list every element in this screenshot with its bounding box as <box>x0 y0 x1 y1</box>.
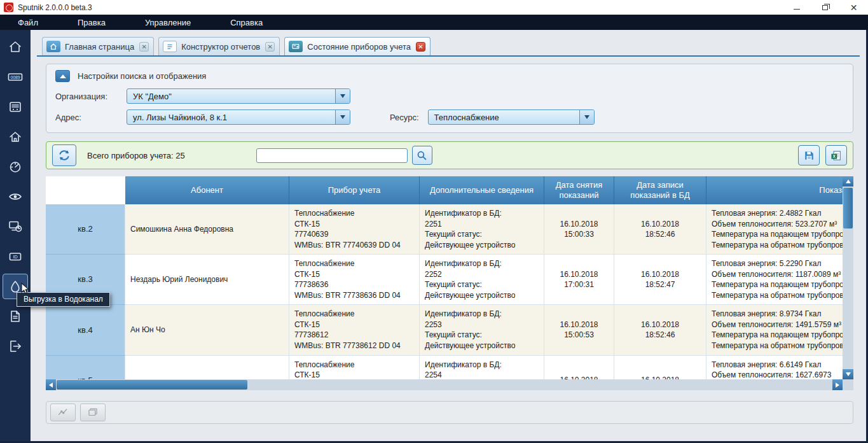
tab-meter-status[interactable]: Состояние приборов учета ✕ <box>284 37 431 55</box>
tab-close-button[interactable]: ✕ <box>265 42 275 52</box>
window-title: Sputnik 2.0.0.0 beta.3 <box>18 3 782 12</box>
vertical-scroll-thumb[interactable] <box>843 188 853 229</box>
report-tab-icon <box>163 41 177 52</box>
tab-strip: Главная страница ✕ Конструктор отчетов ✕… <box>31 30 866 55</box>
title-bar: Sputnik 2.0.0.0 beta.3 ✕ <box>0 0 868 15</box>
svg-text:ID: ID <box>13 254 17 260</box>
sidebar-item-meter-readings[interactable]: 0089 <box>3 64 28 90</box>
scroll-up-icon <box>846 179 851 183</box>
tab-underline <box>37 55 860 57</box>
save-icon <box>803 150 815 162</box>
sidebar-item-polling-schedule[interactable] <box>3 214 28 239</box>
tab-home-page[interactable]: Главная страница ✕ <box>42 37 154 55</box>
app-icon <box>4 3 13 12</box>
column-header-apartment <box>46 176 125 204</box>
search-icon <box>416 150 428 162</box>
close-button[interactable]: ✕ <box>839 0 868 15</box>
address-label: Адрес: <box>55 113 127 122</box>
search-button[interactable] <box>412 146 432 165</box>
dropdown-arrow-button[interactable] <box>579 110 594 124</box>
cell-abonent: Симошкина Анна Федоровна <box>125 204 289 255</box>
meter-card-icon <box>8 99 23 115</box>
column-header-readings[interactable]: Показания <box>706 176 853 204</box>
save-button[interactable] <box>798 145 820 165</box>
sidebar-item-identifiers[interactable]: ID <box>3 244 28 269</box>
report-icon <box>86 407 99 418</box>
vertical-scrollbar[interactable] <box>843 176 853 379</box>
dropdown-arrow-button[interactable] <box>335 89 350 103</box>
table-row[interactable]: кв.4 Ан Юн Чо Теплоснабжение СТК-15 7773… <box>46 305 853 355</box>
horizontal-scroll-thumb[interactable] <box>57 380 247 390</box>
column-header-device[interactable]: Прибор учета <box>289 176 420 204</box>
organization-value: УК "Демо" <box>127 89 335 103</box>
sidebar-item-monitoring[interactable] <box>3 184 28 209</box>
maximize-button[interactable] <box>811 0 839 15</box>
chevron-up-icon <box>60 74 66 78</box>
table-row[interactable]: кв.2 Симошкина Анна Федоровна Теплоснабж… <box>46 204 853 255</box>
id-tag-icon: ID <box>8 249 23 264</box>
table-toolbar: Всего приборов учета: 25 X <box>46 141 853 169</box>
refresh-button[interactable] <box>52 144 76 166</box>
main-area: Главная страница ✕ Конструктор отчетов ✕… <box>31 30 866 441</box>
address-value: ул. Лизы Чайкиной, 8 к.1 <box>127 110 335 124</box>
organization-label: Организация: <box>55 92 127 101</box>
bottom-toolbar <box>46 401 853 424</box>
menu-file[interactable]: Файл <box>18 18 38 27</box>
scroll-left-button[interactable] <box>46 379 56 390</box>
column-header-date-read[interactable]: Дата снятия показаний <box>544 176 614 204</box>
building-icon <box>8 129 23 144</box>
close-icon: ✕ <box>850 3 858 12</box>
menu-manage[interactable]: Управление <box>145 18 191 27</box>
gauge-icon <box>8 159 23 174</box>
cell-readings: Тепловая энергия: 5.2290 Гкал Объем тепл… <box>706 255 853 305</box>
sidebar-item-home[interactable] <box>3 34 28 60</box>
tab-close-button[interactable]: ✕ <box>139 42 149 52</box>
menu-edit[interactable]: Правка <box>78 18 106 27</box>
cell-date-saved: 16.10.2018 18:52:46 <box>614 305 706 355</box>
organization-select[interactable]: УК "Демо" <box>127 88 350 104</box>
tab-label: Конструктор отчетов <box>181 42 260 52</box>
column-header-abonent[interactable]: Абонент <box>125 176 289 204</box>
dropdown-arrow-button[interactable] <box>335 110 350 124</box>
monitor-clock-icon <box>8 219 23 234</box>
mouse-cursor <box>21 283 31 295</box>
scroll-right-icon <box>836 383 839 388</box>
sidebar-item-devices[interactable] <box>3 94 28 120</box>
report-view-button[interactable] <box>80 404 106 421</box>
table-header-row: Абонент Прибор учета Дополнительные свед… <box>46 176 853 204</box>
cell-date-read: 16.10.2018 15:00:33 <box>544 204 614 255</box>
table-row[interactable]: кв.3 Нездарь Юрий Леонидович Теплоснабже… <box>46 255 853 305</box>
column-header-date-saved[interactable]: Дата записи показаний в БД <box>614 176 706 204</box>
horizontal-scroll-track[interactable] <box>56 379 832 390</box>
scroll-down-button[interactable] <box>843 369 853 379</box>
vertical-scroll-track[interactable] <box>843 186 853 369</box>
tab-report-builder[interactable]: Конструктор отчетов ✕ <box>158 37 280 55</box>
home-icon <box>8 39 23 55</box>
resource-select[interactable]: Теплоснабжение <box>428 109 595 125</box>
home-tab-icon <box>46 41 60 52</box>
chevron-down-icon <box>340 115 345 119</box>
chevron-down-icon <box>340 94 345 98</box>
sidebar-item-exit[interactable] <box>3 334 28 359</box>
sidebar-item-buildings[interactable] <box>3 124 28 150</box>
column-header-details[interactable]: Дополнительные сведения <box>420 176 544 204</box>
minimize-button[interactable] <box>782 0 811 15</box>
excel-export-button[interactable]: X <box>825 145 847 165</box>
sidebar-item-reports[interactable] <box>3 304 28 329</box>
scroll-up-button[interactable] <box>843 176 853 186</box>
cell-apartment: кв.2 <box>46 204 125 255</box>
chart-button[interactable] <box>50 404 76 421</box>
cell-details: Идентификатор в БД: 2252 Текущий статус:… <box>420 255 544 305</box>
horizontal-scrollbar[interactable] <box>46 379 843 390</box>
collapse-panel-button[interactable] <box>55 70 70 82</box>
cell-apartment: кв.4 <box>46 305 125 355</box>
cell-date-read: 16.10.2018 15:00:53 <box>544 305 614 355</box>
exit-icon <box>8 339 23 354</box>
menu-help[interactable]: Справка <box>230 18 263 27</box>
tab-close-button[interactable]: ✕ <box>416 42 425 52</box>
search-input[interactable] <box>256 148 408 163</box>
sidebar-item-gauge[interactable] <box>3 154 28 179</box>
address-select[interactable]: ул. Лизы Чайкиной, 8 к.1 <box>127 109 350 125</box>
scroll-right-button[interactable] <box>832 379 843 390</box>
cell-details: Идентификатор в БД: 2253 Текущий статус:… <box>420 305 544 355</box>
